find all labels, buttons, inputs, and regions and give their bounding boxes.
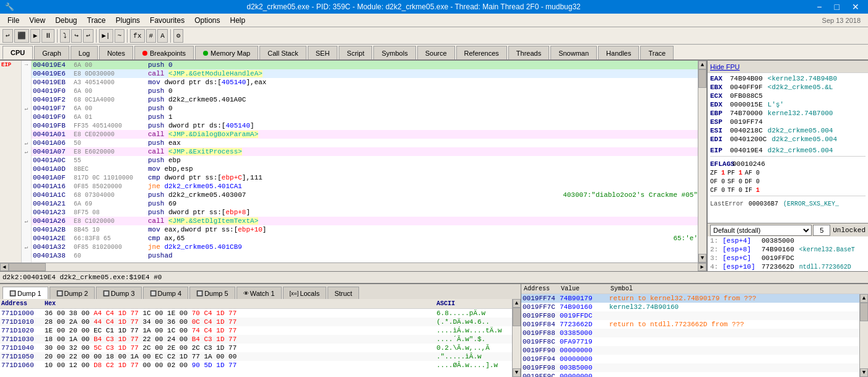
tab-handles[interactable]: Handles <box>598 46 639 59</box>
disasm-scrollbar[interactable]: ▲ ▼ <box>698 61 706 262</box>
btab-dump1[interactable]: 🔲Dump 1 <box>2 287 48 299</box>
tab-snowman[interactable]: Snowman <box>550 46 597 59</box>
disasm-row-call4[interactable]: 00401A26 E8 C1020000 call <JMP.&SetDlgIt… <box>32 217 698 225</box>
scroll-thumb[interactable] <box>698 69 706 88</box>
stack-row-9[interactable]: 0019FF98 003B5000 <box>521 363 859 372</box>
tab-memory-map[interactable]: Memory Map <box>195 46 258 59</box>
toolbar-run[interactable]: ▶ <box>30 29 41 43</box>
disasm-row-push6[interactable]: 00401A06 50 push eax <box>32 139 698 147</box>
maximize-button[interactable]: □ <box>831 2 843 12</box>
dump-scroll-up[interactable]: ▲ <box>513 299 521 308</box>
tab-threads[interactable]: Threads <box>508 46 549 59</box>
disasm-row-mov2[interactable]: 00401A0D 8BEC mov ebp,esp <box>32 165 698 173</box>
stack-row-10[interactable]: 0019FF9C 00000000 <box>521 372 859 377</box>
menu-debug[interactable]: Debug <box>50 15 82 26</box>
menu-file[interactable]: File <box>2 15 24 26</box>
dump-row-4[interactable]: 771D1030 18 00 1A 00 B4 C3 1D 77 22 00 2… <box>0 335 512 344</box>
tab-references[interactable]: References <box>456 46 507 59</box>
disasm-row-push2[interactable]: 004019F2 68 0C1A4000 push d2k2_crkme05.4… <box>32 95 698 104</box>
disasm-row-push1[interactable]: 004019F0 6A 00 push 0 <box>32 87 698 95</box>
tab-cpu[interactable]: CPU <box>2 46 33 59</box>
tab-trace[interactable]: Trace <box>640 46 674 59</box>
dump-row-2[interactable]: 771D1010 28 00 2A 00 44 C4 1D 77 34 00 3… <box>0 318 512 326</box>
toolbar-trace[interactable]: ~ <box>115 29 125 43</box>
btab-dump4[interactable]: 🔲Dump 4 <box>143 287 189 299</box>
scroll-down-arrow[interactable]: ▼ <box>698 254 706 262</box>
disasm-row-push9[interactable]: 00401A21 6A 69 push 69 <box>32 199 698 208</box>
btab-dump5[interactable]: 🔲Dump 5 <box>189 287 235 299</box>
menu-view[interactable]: View <box>24 15 50 26</box>
stack-row-8[interactable]: 0019FF94 00000000 <box>521 355 859 363</box>
stack-scroll-up[interactable]: ▲ <box>860 294 868 303</box>
btab-struct[interactable]: Struct <box>328 287 359 299</box>
tab-script[interactable]: Script <box>339 46 372 59</box>
menu-favourites[interactable]: Favourites <box>145 15 189 26</box>
stack-scroll-down[interactable]: ▼ <box>860 368 868 377</box>
disasm-row-push7[interactable]: 00401A0C 55 push ebp <box>32 156 698 165</box>
dump-scroll-thumb[interactable] <box>513 308 521 326</box>
tab-log[interactable]: Log <box>71 46 98 59</box>
disasm-row-push8[interactable]: 00401A1C 68 07304000 push d2k2_crkme05.4… <box>32 191 698 199</box>
btab-locals[interactable]: [x=]Locals <box>283 287 327 299</box>
stack-num-input[interactable] <box>813 225 830 236</box>
btab-watch1[interactable]: 👁Watch 1 <box>237 287 282 299</box>
scroll-left-arrow[interactable]: ◄ <box>0 263 9 271</box>
disasm-row-jne2[interactable]: 00401A32 0F85 81020000 jne d2k2_crkme05.… <box>32 243 698 251</box>
disasm-row-pushad[interactable]: 00401A38 60 pushad <box>32 251 698 260</box>
disasm-row-push5[interactable]: 004019FB FF35 40514000 push dword ptr ds… <box>32 121 698 130</box>
minimize-button[interactable]: − <box>813 2 825 12</box>
tab-breakpoints[interactable]: Breakpoints <box>134 46 194 59</box>
btab-dump3[interactable]: 🔲Dump 3 <box>96 287 142 299</box>
scroll-right-arrow[interactable]: ► <box>698 263 706 271</box>
dump-vscrollbar[interactable]: ▲ ▼ <box>512 299 521 377</box>
tab-notes[interactable]: Notes <box>99 46 133 59</box>
tab-call-stack[interactable]: Call Stack <box>259 46 306 59</box>
toolbar-step-in[interactable]: ⤵ <box>60 29 70 43</box>
stack-scroll-thumb[interactable] <box>860 303 868 321</box>
toolbar-step-over[interactable]: ↪ <box>71 29 82 43</box>
menu-plugins[interactable]: Plugins <box>111 15 145 26</box>
dump-scroll-down[interactable]: ▼ <box>513 368 521 377</box>
stack-vscrollbar[interactable]: ▲ ▼ <box>859 294 868 377</box>
toolbar-extras[interactable]: ⚙ <box>173 29 184 43</box>
scroll-track[interactable] <box>698 69 706 254</box>
stack-panel-body[interactable]: 0019FF74 74B90179 return to kernel32.74B… <box>521 294 859 377</box>
dump-scroll-track[interactable] <box>513 308 521 368</box>
scroll-h-thumb[interactable] <box>9 263 46 271</box>
disasm-row-call1[interactable]: 004019E6 E8 0D030000 call <JMP.&GetModul… <box>32 69 698 78</box>
stack-row-5[interactable]: 0019FF88 03385000 <box>521 329 859 337</box>
stack-row-4[interactable]: 0019FF84 7723662D return to ntdll.772366… <box>521 320 859 329</box>
tab-graph[interactable]: Graph <box>34 46 69 59</box>
disasm-row-mov3[interactable]: 00401A2B 8B45 10 mov eax,dword ptr ss:[e… <box>32 225 698 234</box>
disasm-row-call2[interactable]: 00401A01 E8 CE020000 call <JMP.&DialogBo… <box>32 130 698 139</box>
disasm-row-jne1[interactable]: 00401A16 0F85 85020000 jne d2k2_crkme05.… <box>32 182 698 191</box>
stack-row-6[interactable]: 0019FF8C 0FA97719 <box>521 337 859 346</box>
stack-scroll-track[interactable] <box>860 303 868 368</box>
disasm-row-eip[interactable]: 004019E4 6A 00 push 0 <box>32 61 698 69</box>
dump-row-6[interactable]: 771D1050 20 00 22 00 00 18 00 1A 00 EC C… <box>0 352 512 361</box>
toolbar-font[interactable]: A <box>157 29 168 43</box>
dump-row-3[interactable]: 771D1020 1E 00 20 00 EC C1 1D 77 1A 00 1… <box>0 326 512 335</box>
disasm-body[interactable]: 004019E4 6A 00 push 0 004019E6 E8 0D0300… <box>32 61 698 262</box>
dump-row-7[interactable]: 771D1060 10 00 12 00 D8 C2 1D 77 00 00 0… <box>0 361 512 370</box>
stdcall-select[interactable]: Default (stdcall) <box>710 225 812 236</box>
scroll-h-track[interactable] <box>9 263 698 271</box>
disasm-hscrollbar[interactable]: ◄ ► <box>0 262 706 271</box>
toolbar-pause[interactable]: ⏸ <box>41 29 54 43</box>
menu-trace[interactable]: Trace <box>82 15 111 26</box>
tab-source[interactable]: Source <box>417 46 455 59</box>
btab-dump2[interactable]: 🔲Dump 2 <box>50 287 95 299</box>
menu-options[interactable]: Options <box>189 15 225 26</box>
disasm-row-cmp2[interactable]: 00401A2E 66:83F8 65 cmp ax,65 65:'e' <box>32 234 698 243</box>
toolbar-fx[interactable]: fx <box>130 29 144 43</box>
stack-row-7[interactable]: 0019FF90 00000000 <box>521 346 859 355</box>
disasm-row-push3[interactable]: 004019F7 6A 00 push 0 <box>32 104 698 113</box>
toolbar-stop[interactable]: ⬛ <box>14 29 29 43</box>
disasm-row-cmp1[interactable]: 00401A0F 817D 0C 11010000 cmp dword ptr … <box>32 173 698 182</box>
toolbar-step-out[interactable]: ↩ <box>83 29 93 43</box>
toolbar-run-to-cursor[interactable]: ▶| <box>99 29 113 43</box>
disasm-row-push4[interactable]: 004019F9 6A 01 push 1 <box>32 113 698 121</box>
stack-row-3[interactable]: 0019FF80 0019FFDC <box>521 311 859 320</box>
dump-row-1[interactable]: 771D1000 36 00 38 00 A4 C4 1D 77 1C 00 1… <box>0 309 512 318</box>
dump-body[interactable]: Address Hex ASCII 771D1000 36 00 38 00 A… <box>0 299 512 377</box>
